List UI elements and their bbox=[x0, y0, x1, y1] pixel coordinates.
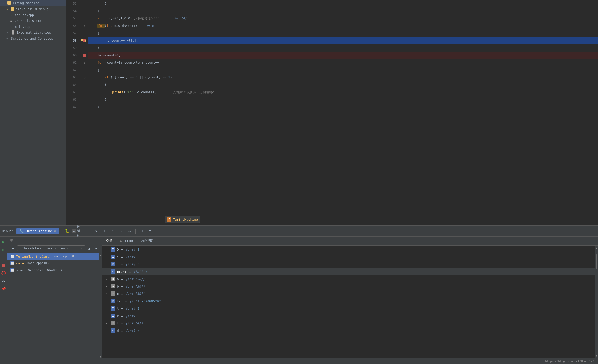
expand-l[interactable]: ▸ bbox=[106, 322, 109, 325]
debugger-tab-btn[interactable]: 🐛 bbox=[64, 228, 71, 235]
gutter-58[interactable]: ▶ bbox=[81, 37, 88, 44]
step-out-btn[interactable]: ↑ bbox=[109, 228, 116, 235]
code-line-66[interactable]: } bbox=[88, 96, 598, 103]
scroll-up-icon[interactable]: ▲ bbox=[100, 254, 101, 257]
ln-62: 62 bbox=[66, 66, 79, 74]
expand-c[interactable]: ▸ bbox=[106, 292, 109, 295]
run-to-cursor-btn[interactable]: ↗ bbox=[118, 228, 125, 235]
sidebar-item-main[interactable]: C main.cpp bbox=[0, 24, 66, 30]
code-line-62[interactable]: { bbox=[88, 66, 598, 74]
sidebar-item-scratches[interactable]: ✏ Scratches and Consoles bbox=[0, 35, 66, 41]
mute-btn[interactable]: 🚫 bbox=[1, 270, 7, 276]
frame-item-main[interactable]: ⬜ main main.cpp:108 bbox=[7, 260, 99, 267]
sidebar-item-turing-machine[interactable]: ▾ Turing machine bbox=[0, 0, 66, 6]
frame-fn-label-1: main bbox=[16, 261, 24, 265]
layout-btn[interactable]: ⊞ bbox=[138, 228, 145, 235]
code-text-54: } bbox=[97, 9, 99, 13]
sidebar-item-cmakelists[interactable]: ≡ CMakeLists.txt bbox=[0, 18, 66, 24]
toolbar-separator-2 bbox=[82, 229, 82, 234]
frame-item-turingmachine[interactable]: ⬜ TuringMachine(int) main.cpp:58 bbox=[7, 253, 99, 260]
sidebar-item-cmake-build[interactable]: ▸ cmake-build-debug bbox=[0, 6, 66, 12]
tab-memory[interactable]: 内存视图 bbox=[137, 237, 157, 245]
settings-side-icon: ⚙ bbox=[2, 279, 5, 283]
var-item-l[interactable]: ▸ ≡ l = {int [4]} bbox=[102, 319, 595, 327]
thread-dropdown[interactable]: ✓ Thread-1-<c...main-thread> ▾ bbox=[17, 245, 85, 251]
code-line-60[interactable]: len=count+1; bbox=[88, 52, 598, 59]
var-name-j: j bbox=[117, 262, 119, 266]
code-lines[interactable]: } } int l[4]={1,1,0,0};//将逗号转为110 l: int… bbox=[88, 0, 598, 225]
var-item-a[interactable]: ▸ ≡ a = {int [30]} bbox=[102, 275, 595, 283]
var-item-k[interactable]: 01 k = {int} 3 bbox=[102, 312, 595, 319]
gutter-60[interactable] bbox=[81, 52, 88, 59]
vars-scroll-up-icon[interactable]: ▲ bbox=[596, 247, 597, 249]
list-icon: ≡ bbox=[149, 229, 151, 233]
var-item-j[interactable]: 01 j = {int} 3 bbox=[102, 260, 595, 268]
frames-scrollbar[interactable]: ▲ ▼ bbox=[99, 253, 102, 358]
code-line-58[interactable]: c[count++]=l[d]; bbox=[88, 37, 598, 44]
vars-scroll-thumb[interactable] bbox=[596, 254, 597, 269]
debug-tab-icon: 🔧 bbox=[19, 229, 24, 233]
var-type-icon-d: 01 bbox=[111, 328, 115, 333]
var-item-D[interactable]: 01 D = {int} 0 bbox=[102, 246, 595, 253]
frame-item-start[interactable]: ⬜ start 0x00007fff6ba87cc9 bbox=[7, 267, 99, 273]
debug-tab-turing[interactable]: 🔧 Turing_machine × bbox=[16, 228, 59, 234]
breakpoint-60[interactable] bbox=[83, 54, 86, 57]
var-item-t[interactable]: 01 t = {int} 1 bbox=[102, 305, 595, 312]
scroll-down-icon[interactable]: ▼ bbox=[100, 355, 101, 358]
sidebar-item-cankao[interactable]: C cankao.cpp bbox=[0, 12, 66, 18]
stop-btn[interactable]: ■ bbox=[1, 262, 7, 268]
var-type-b: {int [30]} bbox=[126, 285, 145, 288]
evaluate-btn[interactable]: ✏ bbox=[126, 228, 133, 235]
code-line-59[interactable]: } bbox=[88, 44, 598, 52]
code-line-64[interactable]: { bbox=[88, 81, 598, 89]
var-type-count: {int} bbox=[133, 270, 143, 273]
ln-67: 67 bbox=[66, 103, 79, 111]
step-over-side-btn[interactable]: ▷ bbox=[1, 246, 7, 252]
tab-lldb[interactable]: ▶ LLDB bbox=[116, 237, 137, 245]
var-type-icon-l: ≡ bbox=[111, 321, 115, 325]
thread-down-btn[interactable]: ▼ bbox=[93, 246, 99, 251]
var-item-count[interactable]: 01 count = {int} 7 bbox=[102, 268, 595, 275]
sidebar-item-external[interactable]: ▸ ▐▌ External Libraries bbox=[0, 30, 66, 35]
code-line-56[interactable]: for(int d=0;d<4;d++) d: 0 bbox=[88, 22, 598, 30]
code-line-55[interactable]: int l[4]={1,1,0,0};//将逗号转为110 l: int [4] bbox=[88, 15, 598, 22]
tab-variables-label: 变量 bbox=[106, 239, 112, 243]
code-text-57: { bbox=[97, 31, 99, 35]
thread-up-btn[interactable]: ▲ bbox=[87, 246, 92, 251]
var-type-k: {int} bbox=[126, 314, 135, 318]
console-tab-btn[interactable]: ▶ 控制台 bbox=[72, 228, 79, 235]
autocomplete-popup[interactable]: f TuringMachine bbox=[165, 216, 200, 223]
resume-btn[interactable]: ▶ bbox=[1, 239, 7, 244]
code-line-65[interactable]: printf("%d", c[count]); //输出图灵扩展二进制编码c[] bbox=[88, 89, 598, 96]
step-over-btn[interactable]: ↷ bbox=[93, 228, 100, 235]
code-line-54[interactable]: } bbox=[88, 7, 598, 15]
settings-side-btn[interactable]: ⚙ bbox=[1, 278, 7, 284]
var-item-b[interactable]: ▸ ≡ b = {int [30]} bbox=[102, 283, 595, 290]
code-line-63[interactable]: if (c[count] == 0 || c[count] == 1) bbox=[88, 74, 598, 81]
restore-layout-btn[interactable]: ⊟ bbox=[84, 228, 91, 235]
step-into-btn[interactable]: ↓ bbox=[101, 228, 108, 235]
code-line-57[interactable]: { bbox=[88, 30, 598, 37]
code-line-67[interactable]: { bbox=[88, 103, 598, 111]
thread-label: Thread-1-<c...main-thread> bbox=[22, 247, 80, 250]
tab-variables[interactable]: 变量 bbox=[102, 237, 116, 245]
var-type-a: {int [30]} bbox=[126, 277, 145, 281]
expand-a[interactable]: ▸ bbox=[106, 277, 109, 281]
var-item-c[interactable]: ▸ ≡ c = {int [30]} bbox=[102, 290, 595, 297]
thread-selector: + ✓ Thread-1-<c...main-thread> ▾ ▲ ▼ bbox=[7, 244, 102, 253]
vars-scroll-down-icon[interactable]: ▼ bbox=[596, 354, 597, 357]
pause-side-btn[interactable]: ⏸ bbox=[1, 254, 7, 260]
expand-b[interactable]: ▸ bbox=[106, 285, 109, 288]
add-frame-btn[interactable]: + bbox=[10, 246, 16, 251]
code-line-53[interactable]: } bbox=[88, 0, 598, 7]
var-item-len[interactable]: 01 len = {int} -324605292 bbox=[102, 297, 595, 305]
close-tab-icon[interactable]: × bbox=[54, 229, 56, 233]
var-name-D: D bbox=[117, 248, 119, 251]
pin-btn[interactable]: 📌 bbox=[1, 286, 7, 292]
vars-scrollbar[interactable]: ▲ ▼ bbox=[595, 246, 598, 358]
frame-fn-label-0: TuringMachine(int) bbox=[16, 255, 51, 258]
code-line-61[interactable]: for (count=0; count<len; count++) bbox=[88, 59, 598, 66]
settings2-btn[interactable]: ≡ bbox=[147, 228, 153, 235]
var-item-i[interactable]: 01 i = {int} 0 bbox=[102, 253, 595, 260]
var-item-d[interactable]: 01 d = {int} 0 bbox=[102, 327, 595, 334]
